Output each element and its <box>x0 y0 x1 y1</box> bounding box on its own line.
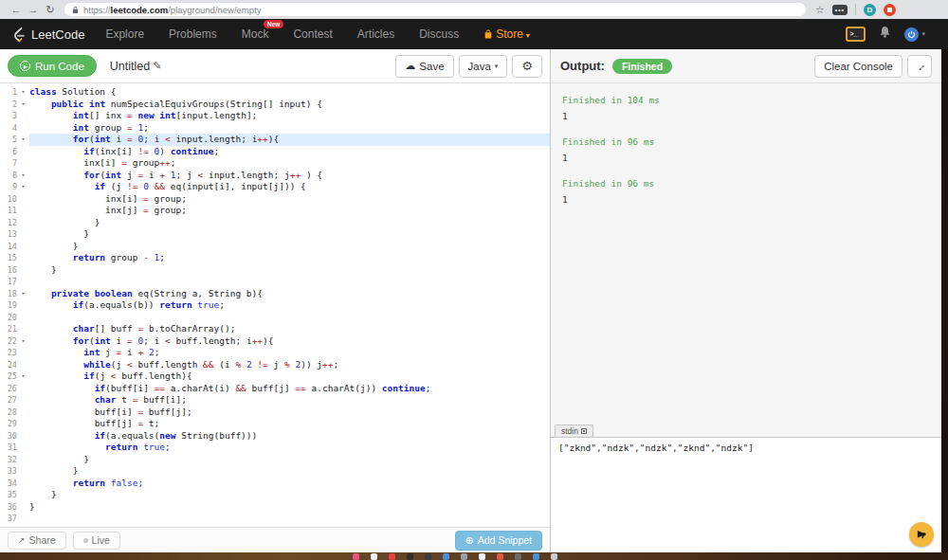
code-line: 16 } <box>0 264 550 277</box>
code-line: 1▾class Solution { <box>0 86 550 99</box>
run-code-button[interactable]: ▶ Run Code <box>8 55 97 77</box>
fold-arrow-icon[interactable]: ▾ <box>17 335 29 348</box>
fold-gutter <box>17 241 29 253</box>
share-button[interactable]: ↗ Share <box>8 532 66 550</box>
code-line-content[interactable] <box>29 276 550 288</box>
code-editor[interactable]: 1▾class Solution {2▾ public int numSpeci… <box>0 83 550 527</box>
code-line-content[interactable]: if(a.equals(b)) return true; <box>29 299 550 312</box>
fold-arrow-icon[interactable]: ▾ <box>17 288 29 300</box>
line-number: 36 <box>0 501 17 514</box>
code-line-content[interactable]: } <box>29 501 550 514</box>
fold-arrow-icon[interactable]: ▾ <box>17 170 29 182</box>
nav-item-store[interactable]: Store▾ <box>483 27 530 41</box>
code-line-content[interactable]: } <box>29 489 550 501</box>
fold-arrow-icon[interactable]: ▾ <box>17 134 29 146</box>
line-number: 16 <box>0 264 17 277</box>
code-line-content[interactable]: char t = buff[i]; <box>29 394 550 406</box>
code-line-content[interactable]: int group = 1; <box>29 122 550 135</box>
fold-arrow-icon[interactable]: ▾ <box>17 370 29 383</box>
code-line-content[interactable]: private boolean eq(String a, String b){ <box>29 288 550 300</box>
fold-arrow-icon[interactable]: ▾ <box>17 181 29 193</box>
leetcode-logo[interactable]: LeetCode <box>11 27 84 43</box>
fold-gutter <box>17 146 29 158</box>
fold-gutter <box>17 513 29 525</box>
code-line-content[interactable]: if(j < buff.length){ <box>29 370 550 383</box>
stdin-tab[interactable]: stdin <box>555 425 593 437</box>
browser-back-button[interactable]: ← <box>8 0 25 19</box>
code-line: 34 return false; <box>0 478 550 490</box>
code-line: 25▾ if(j < buff.length){ <box>0 370 550 383</box>
code-line-content[interactable]: int[] inx = new int[input.length]; <box>29 110 550 122</box>
fold-gutter <box>17 110 29 122</box>
line-number: 28 <box>0 406 17 419</box>
code-line-content[interactable]: if (j != 0 && eq(input[i], input[j])) { <box>29 181 550 193</box>
feedback-megaphone-button[interactable] <box>909 522 934 547</box>
code-line-content[interactable]: } <box>29 217 550 229</box>
address-bar[interactable]: https://leetcode.com/playground/new/empt… <box>64 3 806 16</box>
line-number: 7 <box>0 157 17 170</box>
code-line-content[interactable]: if(a.equals(new String(buff))) <box>29 430 550 443</box>
nav-item-explore[interactable]: Explore <box>105 27 144 41</box>
nav-item-discuss[interactable]: Discuss <box>419 27 459 41</box>
code-line-content[interactable]: inx[j] = group; <box>29 205 550 217</box>
code-line-content[interactable]: return group - 1; <box>29 252 550 264</box>
code-line-content[interactable]: for(int j = i + 1; j < input.length; j++… <box>29 170 550 182</box>
code-line-content[interactable]: buff[j] = t; <box>29 418 550 430</box>
fold-gutter <box>17 323 29 335</box>
code-line-content[interactable]: } <box>29 465 550 478</box>
nav-item-articles[interactable]: Articles <box>357 27 394 41</box>
code-line-content[interactable]: } <box>29 241 550 253</box>
extension-icon[interactable]: ••• <box>832 5 848 15</box>
code-line-content[interactable]: class Solution { <box>29 86 550 99</box>
browser-reload-button[interactable]: ↻ <box>42 0 59 19</box>
code-line-content[interactable]: return true; <box>29 442 550 454</box>
code-line-content[interactable] <box>29 312 550 324</box>
code-line-content[interactable]: for(int i = 0; i < input.length; i++){ <box>29 134 550 146</box>
line-number: 34 <box>0 478 17 490</box>
browser-forward-button[interactable]: → <box>25 0 42 19</box>
code-line-content[interactable]: buff[i] = buff[j]; <box>29 406 550 419</box>
stdin-input-area[interactable]: ["zknd","ndzk","ndzk","zknd","ndzk"] <box>551 437 941 552</box>
clear-console-button[interactable]: Clear Console <box>814 55 902 78</box>
edit-title-pencil-icon[interactable]: ✎ <box>153 60 161 72</box>
browser-profile-avatar[interactable]: D <box>864 4 876 16</box>
code-line-content[interactable]: return false; <box>29 478 550 490</box>
line-number: 27 <box>0 394 17 406</box>
fold-arrow-icon[interactable]: ▾ <box>17 86 29 99</box>
nav-item-problems[interactable]: Problems <box>169 27 217 41</box>
nav-item-label: Contest <box>293 27 332 41</box>
code-line-content[interactable]: inx[i] = group; <box>29 193 550 206</box>
settings-button[interactable]: ⚙ <box>512 55 542 78</box>
code-line-content[interactable]: char[] buff = b.toCharArray(); <box>29 323 550 335</box>
live-button[interactable]: Live <box>73 532 120 550</box>
nav-item-mock[interactable]: MockNew <box>242 27 269 41</box>
code-line-content[interactable]: public int numSpecialEquivGroups(String[… <box>29 99 550 111</box>
adblock-extension-icon[interactable] <box>884 4 896 16</box>
nav-item-contest[interactable]: Contest <box>293 27 332 41</box>
code-line-content[interactable]: if(inx[i] != 0) continue; <box>29 146 550 158</box>
notifications-bell-icon[interactable] <box>879 26 891 43</box>
code-line-content[interactable]: for(int i = 0; i < buff.length; i++){ <box>29 335 550 348</box>
bookmark-star-icon[interactable]: ☆ <box>815 4 825 16</box>
code-line: 30 if(a.equals(new String(buff))) <box>0 430 550 443</box>
code-line-content[interactable]: if(buff[i] == a.charAt(i) && buff[j] == … <box>29 383 550 395</box>
code-line-content[interactable]: } <box>29 454 550 466</box>
add-snippet-button[interactable]: ⊕ Add Snippet <box>455 531 542 551</box>
code-line-content[interactable]: } <box>29 228 550 241</box>
code-line-content[interactable]: int j = i + 2; <box>29 347 550 359</box>
language-select[interactable]: Java ▾ <box>459 55 508 78</box>
fold-gutter <box>17 430 29 443</box>
code-line-content[interactable]: while(j < buff.length && (i % 2 != j % 2… <box>29 359 550 371</box>
fold-gutter <box>17 442 29 454</box>
user-menu[interactable]: ▾ <box>904 27 925 42</box>
fold-arrow-icon[interactable]: ▾ <box>17 99 29 111</box>
cloud-upload-icon: ☁ <box>405 60 415 72</box>
code-line-content[interactable] <box>29 513 550 525</box>
expand-console-button[interactable]: ↔ <box>907 55 932 78</box>
dock-app-icon <box>389 553 395 560</box>
playground-terminal-icon[interactable]: >_ <box>846 27 866 42</box>
expand-icon: ↔ <box>912 58 927 73</box>
save-button[interactable]: ☁ Save <box>395 55 453 78</box>
code-line-content[interactable]: inx[i] = group++; <box>29 157 550 170</box>
code-line-content[interactable]: } <box>29 264 550 277</box>
